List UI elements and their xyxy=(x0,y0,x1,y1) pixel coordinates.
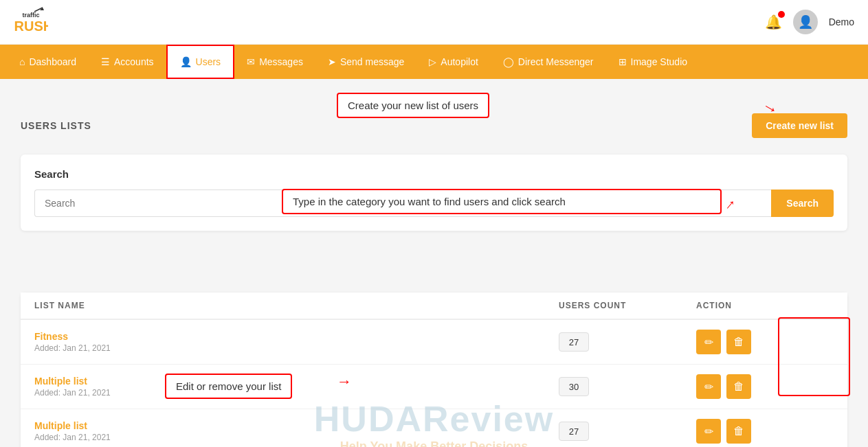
edit-button-0[interactable]: ✏ xyxy=(696,330,721,354)
header: traffic CRUSH! 🔔 👤 Demo xyxy=(0,0,868,45)
nav-item-users[interactable]: 👤 Users xyxy=(166,45,235,79)
nav-label-messages: Messages xyxy=(259,56,303,67)
callout-search: Type in the category you want to find us… xyxy=(282,189,722,214)
page-title: USERS LISTS xyxy=(21,120,91,131)
send-icon: ➤ xyxy=(328,56,336,67)
delete-button-0[interactable]: 🗑 xyxy=(726,330,751,354)
nav-item-direct-messenger[interactable]: ◯ Direct Messenger xyxy=(491,45,606,79)
col-users-count: USERS COUNT xyxy=(559,301,696,310)
messages-icon: ✉ xyxy=(247,56,255,67)
search-label: Search xyxy=(34,168,834,180)
home-icon: ⌂ xyxy=(19,56,25,67)
bell-icon[interactable]: 🔔 xyxy=(765,14,782,30)
col-list-name: LIST NAME xyxy=(34,301,559,310)
nav-item-messages[interactable]: ✉ Messages xyxy=(234,45,315,79)
edit-button-2[interactable]: ✏ xyxy=(696,419,721,444)
callout-edit-text: Edit or remove your list xyxy=(176,380,281,392)
svg-text:CRUSH!: CRUSH! xyxy=(14,19,48,34)
nav-label-accounts: Accounts xyxy=(114,56,154,67)
edit-button-1[interactable]: ✏ xyxy=(696,374,721,399)
list-date-1: Added: Jan 21, 2021 xyxy=(34,388,559,398)
list-name-cell-2: Multiple list Added: Jan 21, 2021 xyxy=(34,420,559,442)
nav-item-autopilot[interactable]: ▷ Autopilot xyxy=(416,45,490,79)
users-count-cell-0: 27 xyxy=(559,332,696,352)
direct-messenger-icon: ◯ xyxy=(503,56,514,67)
count-badge-2: 27 xyxy=(559,422,589,441)
callout-search-text: Type in the category you want to find us… xyxy=(293,196,566,207)
list-name-cell: Fitness Added: Jan 21, 2021 xyxy=(34,331,559,353)
users-count-cell-1: 30 xyxy=(559,377,696,396)
avatar: 👤 xyxy=(793,10,818,34)
header-right: 🔔 👤 Demo xyxy=(765,10,854,34)
users-count-cell-2: 27 xyxy=(559,422,696,441)
logo-icon: traffic CRUSH! xyxy=(14,5,48,39)
table-container: LIST NAME USERS COUNT ACTION Fitness Add… xyxy=(21,293,847,447)
col-action: ACTION xyxy=(696,301,834,310)
create-new-list-button[interactable]: Create new list xyxy=(752,113,847,138)
list-date-2: Added: Jan 21, 2021 xyxy=(34,433,559,442)
arrow-to-edit: → xyxy=(337,373,352,391)
nav-label-dashboard: Dashboard xyxy=(29,56,76,67)
list-date-0: Added: Jan 21, 2021 xyxy=(34,343,559,353)
table-row: Fitness Added: Jan 21, 2021 27 ✏ 🗑 xyxy=(21,320,847,365)
count-badge-1: 30 xyxy=(559,377,589,396)
image-studio-icon: ⊞ xyxy=(619,56,627,67)
nav-label-send-message: Send message xyxy=(340,56,404,67)
action-buttons-2: ✏ 🗑 xyxy=(696,419,834,444)
svg-text:traffic: traffic xyxy=(22,12,39,19)
callout-edit-remove: Edit or remove your list xyxy=(165,374,292,399)
list-name-1: Multiple list xyxy=(34,376,559,387)
table-header: LIST NAME USERS COUNT ACTION xyxy=(21,293,847,320)
list-name-0: Fitness xyxy=(34,331,559,342)
nav-item-dashboard[interactable]: ⌂ Dashboard xyxy=(7,45,89,79)
users-icon: 👤 xyxy=(180,56,192,67)
search-button[interactable]: Search xyxy=(771,190,834,217)
accounts-icon: ☰ xyxy=(101,56,110,67)
nav-label-autopilot: Autopilot xyxy=(441,56,478,67)
nav-item-accounts[interactable]: ☰ Accounts xyxy=(89,45,166,79)
notification-badge xyxy=(778,11,785,18)
delete-button-2[interactable]: 🗑 xyxy=(726,419,751,444)
main-content: Create your new list of users USERS LIST… xyxy=(0,79,868,447)
nav-item-image-studio[interactable]: ⊞ Image Studio xyxy=(606,45,700,79)
callout-create-text: Create your new list of users xyxy=(348,100,478,111)
nav-label-direct-messenger: Direct Messenger xyxy=(518,56,594,67)
table-row: Multiple list Added: Jan 21, 2021 30 ✏ 🗑 xyxy=(21,365,847,409)
delete-button-1[interactable]: 🗑 xyxy=(726,374,751,399)
nav: ⌂ Dashboard ☰ Accounts 👤 Users ✉ Message… xyxy=(0,45,868,79)
nav-label-image-studio: Image Studio xyxy=(631,56,688,67)
nav-item-send-message[interactable]: ➤ Send message xyxy=(315,45,416,79)
autopilot-icon: ▷ xyxy=(429,56,436,67)
user-menu[interactable]: Demo xyxy=(829,16,854,27)
count-badge-0: 27 xyxy=(559,332,589,352)
list-name-cell-1: Multiple list Added: Jan 21, 2021 xyxy=(34,376,559,398)
logo: traffic CRUSH! xyxy=(14,5,51,39)
action-buttons-1: ✏ 🗑 xyxy=(696,374,834,399)
list-name-2: Multiple list xyxy=(34,420,559,431)
table-row: Multiple list Added: Jan 21, 2021 27 ✏ 🗑 xyxy=(21,409,847,447)
action-buttons-0: ✏ 🗑 xyxy=(696,330,834,354)
nav-label-users: Users xyxy=(196,56,221,67)
callout-create-list: Create your new list of users xyxy=(337,93,489,118)
